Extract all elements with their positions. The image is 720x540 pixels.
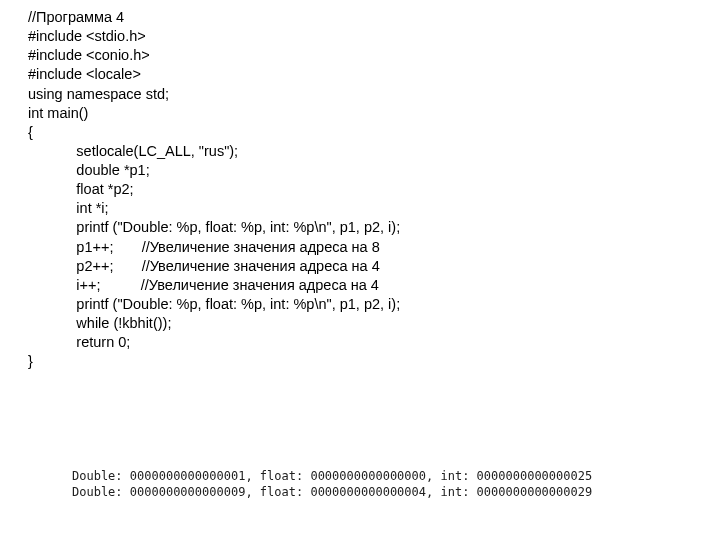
code-line: int *i; [28,200,109,216]
code-line: i++; //Увеличение значения адреса на 4 [28,277,379,293]
program-output: Double: 0000000000000001, float: 0000000… [72,468,592,500]
output-line: Double: 0000000000000001, float: 0000000… [72,469,592,483]
code-line: printf ("Double: %p, float: %p, int: %p\… [28,219,400,235]
code-line: float *p2; [28,181,134,197]
code-line: using namespace std; [28,86,169,102]
code-line: //Программа 4 [28,9,124,25]
code-line: } [28,353,33,369]
code-line: printf ("Double: %p, float: %p, int: %p\… [28,296,400,312]
code-line: p2++; //Увеличение значения адреса на 4 [28,258,380,274]
code-line: return 0; [28,334,130,350]
code-line: #include <conio.h> [28,47,150,63]
code-line: #include <locale> [28,66,141,82]
code-line: double *p1; [28,162,150,178]
output-line: Double: 0000000000000009, float: 0000000… [72,485,592,499]
code-line: { [28,124,33,140]
code-line: int main() [28,105,88,121]
code-line: setlocale(LC_ALL, "rus"); [28,143,238,159]
code-line: while (!kbhit()); [28,315,171,331]
code-line: #include <stdio.h> [28,28,146,44]
source-code: //Программа 4 #include <stdio.h> #includ… [28,8,400,371]
code-line: p1++; //Увеличение значения адреса на 8 [28,239,380,255]
